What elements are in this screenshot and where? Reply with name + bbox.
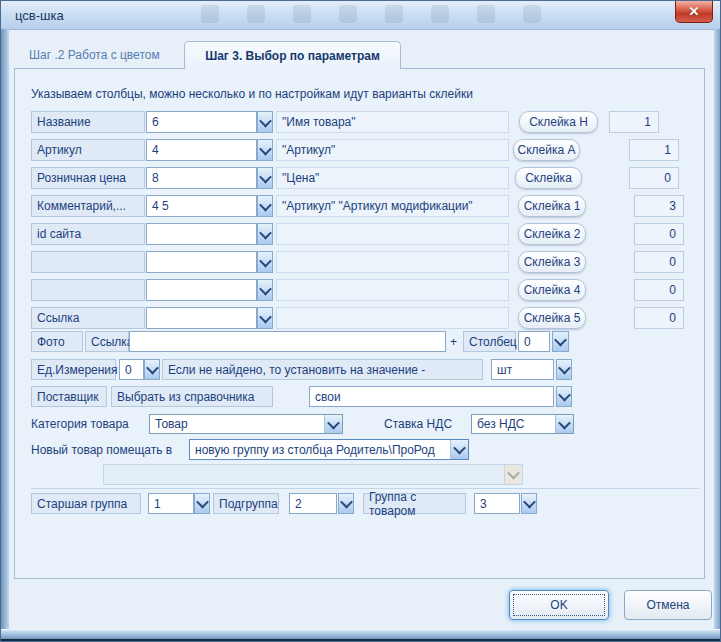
skleika-5-button[interactable]: Склейка 5	[518, 307, 586, 329]
column-dropdown-nazvanie[interactable]	[257, 111, 273, 133]
quote-field-empty-2	[276, 279, 509, 301]
ok-button[interactable]: OK	[509, 590, 609, 620]
subgroup-input[interactable]: 2	[289, 493, 337, 514]
extra-group-select-disabled	[103, 464, 523, 485]
column-dropdown-empty-2[interactable]	[257, 279, 273, 301]
photo-link-input[interactable]	[129, 331, 446, 352]
subgroup-dropdown[interactable]	[338, 493, 354, 514]
chevron-down-icon	[259, 226, 272, 239]
titlebar-ghost-icons	[201, 5, 621, 25]
chevron-down-icon	[259, 310, 272, 323]
close-button[interactable]: ✕	[675, 1, 713, 23]
unit-label: Ед.Измерения	[31, 359, 116, 380]
skleika-1-button[interactable]: Склейка 1	[518, 195, 586, 217]
senior-group-input[interactable]: 1	[148, 493, 194, 514]
senior-group-dropdown[interactable]	[194, 493, 210, 514]
chevron-down-icon[interactable]	[555, 415, 573, 433]
vat-label: Ставка НДС	[384, 414, 452, 434]
quote-field-nazvanie: "Имя товара"	[276, 111, 509, 133]
supplier-label: Поставщик	[31, 386, 107, 407]
unit-fallback-dropdown[interactable]	[556, 359, 572, 380]
new-item-select[interactable]: новую группу из столбца Родитель\ПроРод	[189, 439, 469, 460]
skleika-4-button[interactable]: Склейка 4	[518, 279, 586, 301]
column-input-empty-2[interactable]	[146, 279, 257, 301]
photo-column-input[interactable]: 0	[518, 331, 550, 352]
chevron-down-icon	[504, 465, 522, 484]
supplier-input[interactable]: свои	[309, 386, 554, 407]
column-input-empty-1[interactable]	[146, 251, 257, 273]
column-dropdown-price[interactable]	[257, 167, 273, 189]
column-input-site-id[interactable]	[146, 223, 257, 245]
window-title: цсв-шка	[15, 1, 64, 29]
count-box-3: 0	[629, 167, 679, 189]
vat-select[interactable]: без НДС	[471, 414, 574, 434]
window-border-bottom	[1, 629, 721, 642]
subgroup-label: Подгруппа	[213, 493, 279, 514]
chevron-down-icon	[196, 496, 209, 509]
column-dropdown-comment[interactable]	[257, 195, 273, 217]
column-dropdown-ssylka[interactable]	[257, 307, 273, 329]
column-input-comment[interactable]: 4 5	[146, 195, 257, 217]
skleika-a-button[interactable]: Склейка А	[513, 139, 580, 161]
chevron-down-icon[interactable]	[324, 415, 342, 433]
row-label-empty-1	[31, 251, 145, 273]
column-dropdown-site-id[interactable]	[257, 223, 273, 245]
photo-column-dropdown[interactable]	[552, 331, 569, 352]
chevron-down-icon	[259, 170, 272, 183]
column-dropdown-artikul[interactable]	[257, 139, 273, 161]
window-border-left	[1, 29, 9, 642]
chevron-down-icon[interactable]	[450, 440, 468, 459]
category-select[interactable]: Товар	[149, 414, 343, 434]
skleika-n-button[interactable]: Склейка Н	[519, 111, 598, 133]
quote-field-price: "Цена"	[276, 167, 509, 189]
skleika-3-button[interactable]: Склейка 3	[518, 251, 586, 273]
senior-group-label: Старшая группа	[31, 493, 141, 514]
count-box-2: 1	[629, 139, 679, 161]
chevron-down-icon	[523, 496, 536, 509]
column-input-price[interactable]: 8	[146, 167, 257, 189]
window-border-right	[714, 29, 721, 642]
quote-field-site-id	[276, 223, 509, 245]
chevron-down-icon	[340, 496, 353, 509]
chevron-down-icon	[259, 114, 272, 127]
column-input-ssylka[interactable]	[146, 307, 257, 329]
supplier-pick-button[interactable]: Выбрать из справочника	[111, 386, 273, 407]
row-label-empty-2	[31, 279, 145, 301]
cancel-button[interactable]: Отмена	[624, 590, 712, 620]
photo-label: Фото	[31, 331, 83, 352]
row-label-ssylka: Ссылка	[31, 307, 145, 329]
plus-icon: +	[450, 331, 457, 352]
tab-step3-parameters[interactable]: Шаг 3. Выбор по параметрам	[184, 41, 401, 69]
item-group-dropdown[interactable]	[521, 493, 537, 514]
skleika-2-button[interactable]: Склейка 2	[518, 223, 586, 245]
photo-link-label: Ссылка	[85, 331, 129, 352]
new-item-label: Новый товар помещать в	[31, 439, 172, 460]
unit-dropdown[interactable]	[144, 359, 160, 380]
column-input-artikul[interactable]: 4	[146, 139, 257, 161]
unit-fallback-input[interactable]: шт	[491, 359, 554, 380]
category-label: Категория товара	[31, 414, 129, 434]
chevron-down-icon	[259, 198, 272, 211]
column-input-nazvanie[interactable]: 6	[146, 111, 257, 133]
supplier-dropdown[interactable]	[556, 386, 572, 407]
count-box-6: 0	[634, 251, 684, 273]
photo-column-label: Столбец	[463, 331, 516, 352]
row-label-comment: Комментарий,...	[31, 195, 145, 217]
quote-field-comment: "Артикул" "Артикул модификации"	[276, 195, 509, 217]
column-dropdown-empty-1[interactable]	[257, 251, 273, 273]
count-box-7: 0	[634, 279, 684, 301]
row-label-artikul: Артикул	[31, 139, 145, 161]
count-box-1: 1	[609, 111, 659, 133]
unit-input[interactable]: 0	[119, 359, 144, 380]
unit-hint-label: Если не найдено, то установить на значен…	[162, 359, 483, 380]
item-group-input[interactable]: 3	[474, 493, 520, 514]
chevron-down-icon	[554, 334, 567, 347]
chevron-down-icon	[259, 142, 272, 155]
chevron-down-icon	[558, 389, 571, 402]
quote-field-ssylka	[276, 307, 509, 329]
count-box-5: 0	[634, 223, 684, 245]
row-label-price: Розничная цена	[31, 167, 145, 189]
title-bar[interactable]	[1, 1, 721, 29]
skleika-button[interactable]: Склейка	[515, 167, 582, 189]
tab-step2-color[interactable]: Шаг .2 Работа с цветом	[29, 41, 160, 68]
